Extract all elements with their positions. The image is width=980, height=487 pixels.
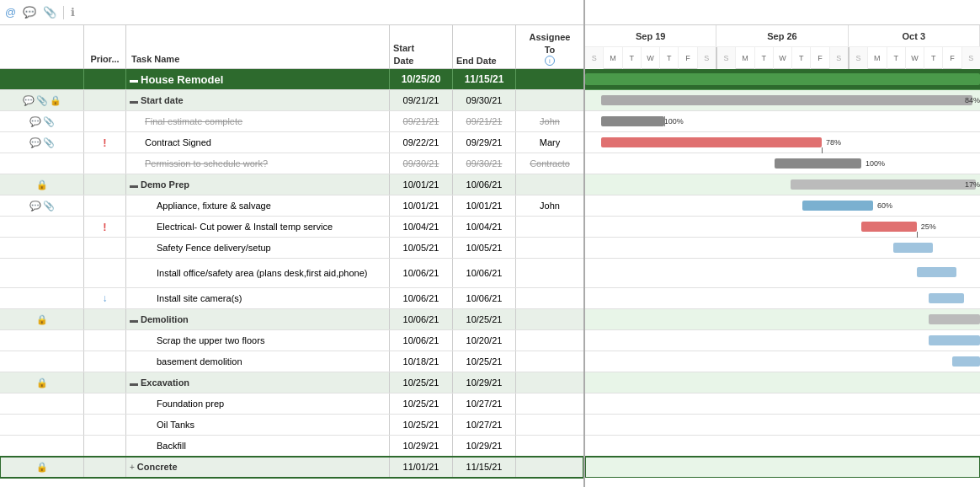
task-row-house-remodel[interactable]: ▬ House Remodel 10/25/20 11/15/21 — [0, 69, 583, 90]
task-name-office: Install office/safety area (plans desk,f… — [130, 267, 368, 279]
task-row-contract[interactable]: 💬 📎 ! Contract Signed 09/22/21 09/29/21 … — [0, 132, 583, 153]
priority-cell-demo — [84, 174, 126, 195]
day-f1: F — [679, 47, 697, 69]
lock-icon-demo[interactable]: 🔒 — [36, 179, 48, 190]
day-s2: S — [698, 47, 717, 69]
gantt-bar-startdate — [601, 95, 972, 105]
start-date-scrap: 10/06/21 — [403, 335, 439, 345]
gantt-bar-scrap — [929, 335, 980, 345]
task-row-permission[interactable]: Permission to schedule work? 09/30/21 09… — [0, 153, 583, 174]
task-name-backfill: Backfill — [130, 441, 186, 451]
task-row-oil-tanks[interactable]: Oil Tanks 10/25/21 10/27/21 — [0, 415, 583, 436]
taskname-cell-backfill: Backfill — [126, 436, 390, 456]
collapse-icon-excavation[interactable]: ▬ — [130, 378, 138, 388]
gantt-bar-camera — [929, 293, 964, 303]
attach-icon-startdate[interactable]: 📎 — [36, 95, 48, 106]
end-date-concrete: 11/15/21 — [466, 462, 503, 472]
task-name-appliance: Appliance, fixture & salvage — [130, 201, 271, 211]
task-name-contract: Contract Signed — [130, 137, 211, 147]
priority-arrow-camera: ↓ — [103, 292, 108, 304]
end-date-permission: 09/30/21 — [466, 158, 503, 169]
priority-cell-foundation — [84, 393, 126, 414]
assignee-cell-final: John — [516, 111, 583, 131]
assignee-cell-permission: Contracto — [516, 153, 583, 174]
assignee-cell-camera — [516, 288, 583, 308]
task-row-backfill[interactable]: Backfill 10/29/21 10/29/21 — [0, 436, 583, 457]
gantt-pct-permission: 100% — [865, 159, 885, 168]
task-name-demolition: Demolition — [141, 314, 189, 324]
chat-icon-final[interactable]: 💬 — [29, 116, 41, 127]
task-row-demo-prep[interactable]: 🔒 ▬ Demo Prep 10/01/21 10/06/21 — [0, 174, 583, 195]
lock-icon-concrete[interactable]: 🔒 — [36, 462, 48, 473]
collapse-icon-demo[interactable]: ▬ — [130, 180, 138, 190]
collapse-icon-demolition[interactable]: ▬ — [130, 315, 138, 324]
task-row-basement[interactable]: basement demolition 10/18/21 10/25/21 — [0, 351, 583, 372]
lock-icon-excavation[interactable]: 🔒 — [36, 377, 48, 388]
attach-icon-appliance[interactable]: 📎 — [43, 201, 55, 211]
assignee-info-icon: i — [545, 56, 555, 66]
attach-icon[interactable]: 📎 — [41, 4, 58, 20]
chat-icon[interactable]: 💬 — [21, 4, 38, 20]
start-cell-safety: 10/05/21 — [390, 238, 453, 258]
end-cell-foundation: 10/27/21 — [453, 393, 516, 414]
icons-cell-concrete: 🔒 — [0, 457, 84, 477]
task-row-safety-fence[interactable]: Safety Fence delivery/setup 10/05/21 10/… — [0, 238, 583, 259]
day-s3: S — [717, 47, 736, 69]
task-row-install-office[interactable]: Install office/safety area (plans desk,f… — [0, 259, 583, 288]
gantt-row-appliance: 60% — [585, 195, 980, 217]
gantt-pct-electrical: 25% — [921, 222, 936, 231]
icons-cell-final-estimate: 💬 📎 — [0, 111, 84, 131]
icons-cell-safety — [0, 238, 84, 258]
day-s1: S — [585, 47, 604, 69]
icons-cell-permission — [0, 153, 84, 174]
chat-icon-startdate[interactable]: 💬 — [23, 95, 35, 106]
startdate-col-header[interactable]: StartDate — [390, 25, 453, 68]
end-date-safety: 10/05/21 — [466, 243, 503, 253]
task-row-foundation[interactable]: Foundation prep 10/25/21 10/27/21 — [0, 393, 583, 415]
collapse-icon-startdate[interactable]: ▬ — [130, 96, 138, 105]
assignee-final: John — [540, 116, 560, 126]
priority-col-header[interactable]: Prior... — [84, 25, 126, 68]
icons-cell-electrical — [0, 217, 84, 237]
assignee-cell-startdate — [516, 90, 583, 110]
start-date-foundation: 10/25/21 — [403, 399, 439, 409]
lock-icon-demolition[interactable]: 🔒 — [36, 314, 48, 325]
task-row-startdate[interactable]: 💬 📎 🔒 ▬ Start date 09/21/21 09/30/21 — [0, 90, 583, 111]
chat-icon-contract[interactable]: 💬 — [29, 137, 41, 148]
start-cell-permission: 09/30/21 — [390, 153, 453, 174]
task-row-scrap[interactable]: Scrap the upper two floors 10/06/21 10/2… — [0, 330, 583, 351]
start-cell-oil: 10/25/21 — [390, 415, 453, 435]
end-date-foundation: 10/27/21 — [466, 399, 503, 409]
expand-icon-concrete[interactable]: + — [130, 463, 135, 472]
start-cell-excavation: 10/25/21 — [390, 372, 453, 393]
task-row-final-estimate[interactable]: 💬 📎 Final estimate complete 09/21/21 09/… — [0, 111, 583, 132]
collapse-icon-main[interactable]: ▬ — [130, 75, 138, 84]
assignee-appliance: John — [540, 201, 560, 211]
start-date-concrete: 11/01/21 — [403, 462, 439, 472]
gantt-pct-final: 100% — [664, 117, 684, 126]
assignee-permission: Contracto — [530, 158, 570, 169]
task-row-electrical[interactable]: ! Electrical- Cut power & Install temp s… — [0, 217, 583, 238]
task-row-concrete[interactable]: 🔒 + Concrete 11/01/21 11/15/21 — [0, 457, 583, 478]
end-cell-basement: 10/25/21 — [453, 351, 516, 372]
task-row-excavation[interactable]: 🔒 ▬ Excavation 10/25/21 10/29/21 — [0, 372, 583, 393]
task-row-camera[interactable]: ↓ Install site camera(s) 10/06/21 10/06/… — [0, 288, 583, 309]
taskname-cell-final: Final estimate complete — [126, 111, 390, 131]
taskname-cell-demolition: ▬ Demolition — [126, 309, 390, 329]
priority-cell-backfill — [84, 436, 126, 456]
attach-icon-final[interactable]: 📎 — [43, 116, 55, 127]
chat-icon-appliance[interactable]: 💬 — [29, 201, 41, 211]
gantt-toolbar — [585, 0, 980, 25]
mention-icon[interactable]: @ — [3, 4, 18, 20]
taskname-col-header[interactable]: Task Name — [126, 25, 390, 68]
attach-icon-contract[interactable]: 📎 — [43, 137, 55, 148]
end-date-demo: 10/06/21 — [466, 179, 503, 190]
gantt-bar-permission — [775, 158, 861, 169]
gantt-bar-electrical — [861, 222, 917, 232]
task-row-demolition[interactable]: 🔒 ▬ Demolition 10/06/21 10/25/21 — [0, 309, 583, 330]
enddate-col-header[interactable]: End Date — [453, 25, 516, 68]
task-row-appliance[interactable]: 💬 📎 Appliance, fixture & salvage 10/01/2… — [0, 195, 583, 217]
assignee-col-header[interactable]: AssigneeTo i — [516, 25, 583, 68]
info-icon[interactable]: ℹ — [69, 4, 77, 20]
lock-icon-startdate[interactable]: 🔒 — [50, 95, 61, 106]
